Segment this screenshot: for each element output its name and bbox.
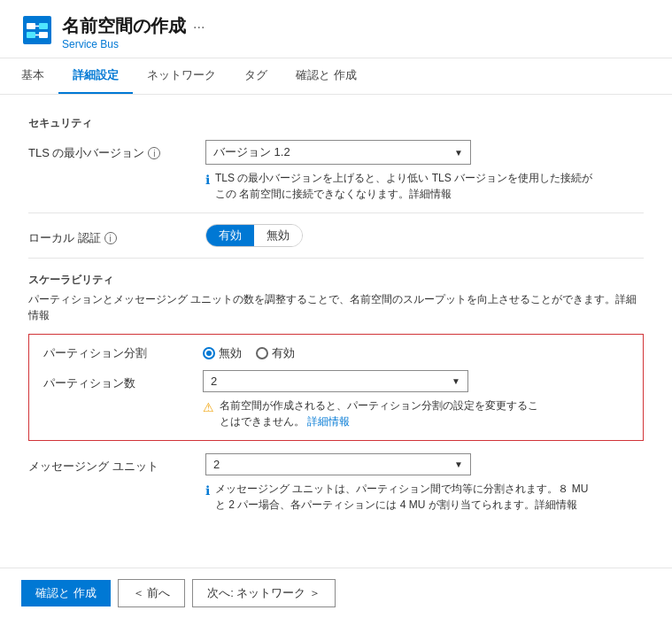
local-auth-toggle[interactable]: 有効 無効 [205, 224, 303, 247]
page-container: 名前空間の作成 Service Bus ... 基本 詳細設定 ネットワーク タ… [0, 0, 672, 618]
messaging-unit-label: メッセージング ユニット [28, 453, 205, 475]
local-auth-row: ローカル 認証 i 有効 無効 [28, 224, 644, 247]
partition-radio-disabled[interactable]: 無効 [203, 345, 242, 361]
partition-warning-link[interactable]: 詳細情報 [307, 415, 350, 428]
scalability-description: パーティションとメッセージング ユニットの数を調整することで、名前空間のスループ… [28, 291, 644, 323]
tls-row: TLS の最小バージョン i バージョン 1.2 ▼ ℹ TLS の最小バージョ… [28, 140, 644, 202]
svg-rect-1 [27, 23, 35, 29]
tabs-container: 基本 詳細設定 ネットワーク タグ 確認と 作成 [0, 58, 672, 95]
toggle-off[interactable]: 無効 [254, 225, 302, 246]
messaging-unit-info-icon: ℹ [205, 482, 210, 500]
radio-enabled-label: 有効 [272, 345, 295, 361]
partition-count-control: 2 ▼ ⚠ 名前空間が作成されると、パーティション分割の設定を変更することはでき… [203, 370, 539, 429]
messaging-unit-value: 2 [213, 458, 447, 471]
partition-count-value: 2 [211, 375, 444, 388]
tls-info-text: TLS の最小バージョンを上げると、より低い TLS バージョンを使用した接続が… [215, 170, 595, 202]
header-text: 名前空間の作成 Service Bus [62, 14, 186, 50]
messaging-unit-row: メッセージング ユニット 2 ▼ ℹ メッセージング ユニットは、パーティション… [28, 453, 644, 513]
header: 名前空間の作成 Service Bus ... [0, 0, 672, 58]
messaging-unit-info-text: メッセージング ユニットは、パーティション間で均等に分割されます。８ MU と … [215, 481, 595, 513]
security-section-label: セキュリティ [28, 116, 644, 131]
tab-tags[interactable]: タグ [230, 58, 282, 94]
partition-split-row: パーティション分割 無効 有効 [43, 345, 629, 361]
local-auth-label: ローカル 認証 i [28, 225, 205, 246]
svg-rect-4 [39, 32, 48, 38]
tab-basics[interactable]: 基本 [21, 58, 58, 94]
tab-review[interactable]: 確認と 作成 [282, 58, 371, 94]
confirm-create-button[interactable]: 確認と 作成 [21, 580, 111, 606]
service-bus-icon [21, 14, 53, 46]
tls-control: バージョン 1.2 ▼ ℹ TLS の最小バージョンを上げると、より低い TLS… [205, 140, 644, 202]
toggle-on[interactable]: 有効 [206, 225, 254, 246]
svg-rect-3 [27, 32, 35, 38]
divider-1 [28, 212, 644, 213]
radio-disabled-label: 無効 [219, 345, 242, 361]
svg-rect-0 [23, 16, 51, 44]
tls-dropdown[interactable]: バージョン 1.2 ▼ [205, 140, 471, 165]
more-button[interactable]: ... [193, 14, 205, 32]
divider-2 [28, 258, 644, 259]
partition-count-row: パーティション数 2 ▼ ⚠ 名前空間が作成されると、パーティション分割の設定を… [43, 370, 629, 429]
header-subtitle: Service Bus [62, 38, 186, 50]
next-button[interactable]: 次へ: ネットワーク ＞ [192, 579, 336, 607]
tls-dropdown-value: バージョン 1.2 [213, 144, 447, 160]
messaging-unit-info-box: ℹ メッセージング ユニットは、パーティション間で均等に分割されます。８ MU … [205, 481, 595, 513]
tab-advanced[interactable]: 詳細設定 [58, 58, 133, 94]
toggle-container: 有効 無効 [205, 224, 644, 247]
tls-label: TLS の最小バージョン i [28, 140, 205, 161]
partition-count-dropdown[interactable]: 2 ▼ [203, 370, 468, 392]
partition-box: パーティション分割 無効 有効 パーティション数 2 [28, 334, 644, 441]
local-auth-control: 有効 無効 [205, 224, 644, 247]
partition-radio-enabled[interactable]: 有効 [256, 345, 295, 361]
footer: 確認と 作成 ＜ 前へ 次へ: ネットワーク ＞ [0, 568, 672, 618]
partition-count-label: パーティション数 [43, 370, 203, 391]
tab-network[interactable]: ネットワーク [133, 58, 230, 94]
tls-info-icon[interactable]: i [148, 147, 160, 159]
svg-rect-2 [39, 23, 48, 29]
scalability-section-label: スケーラビリティ [28, 273, 644, 288]
partition-count-arrow: ▼ [452, 376, 460, 386]
tls-info-box: ℹ TLS の最小バージョンを上げると、より低い TLS バージョンを使用した接… [205, 170, 595, 202]
partition-radio-group: 無効 有効 [203, 345, 295, 361]
radio-disabled-circle [203, 347, 215, 359]
back-button[interactable]: ＜ 前へ [118, 579, 186, 607]
page-title: 名前空間の作成 [62, 14, 186, 37]
messaging-unit-control: 2 ▼ ℹ メッセージング ユニットは、パーティション間で均等に分割されます。８… [205, 453, 644, 513]
local-auth-info-icon[interactable]: i [104, 232, 117, 244]
tls-info-box-icon: ℹ [205, 171, 210, 189]
tls-dropdown-arrow: ▼ [454, 148, 463, 158]
partition-warning-box: ⚠ 名前空間が作成されると、パーティション分割の設定を変更することはできません。… [203, 398, 539, 429]
partition-warning-text: 名前空間が作成されると、パーティション分割の設定を変更することはできません。 詳… [220, 398, 539, 429]
messaging-unit-arrow: ▼ [454, 460, 463, 469]
partition-split-label: パーティション分割 [43, 345, 203, 361]
messaging-unit-dropdown[interactable]: 2 ▼ [205, 453, 471, 475]
partition-warning-icon: ⚠ [203, 398, 214, 417]
content-area: セキュリティ TLS の最小バージョン i バージョン 1.2 ▼ ℹ TLS … [0, 95, 672, 568]
radio-enabled-circle [256, 347, 268, 359]
